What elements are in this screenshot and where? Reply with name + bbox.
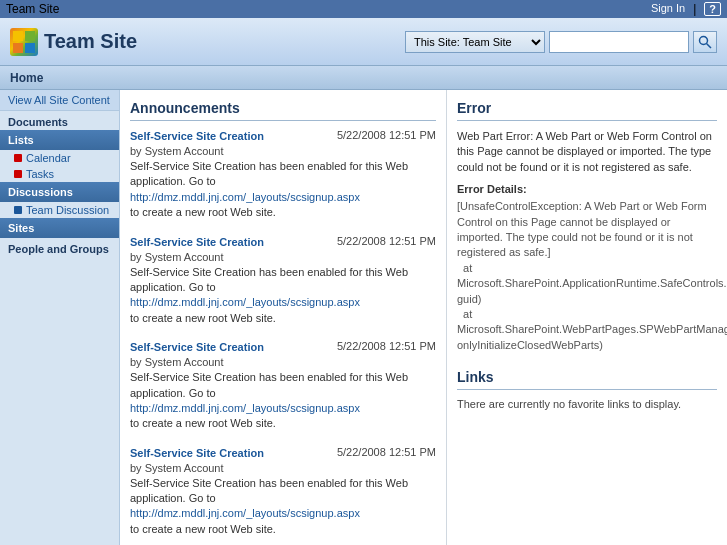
right-column: Error Web Part Error: A Web Part or Web … [447,90,727,545]
search-icon [698,35,712,49]
announcements-title: Announcements [130,100,436,121]
header-search: This Site: Team Site All Sites [405,31,717,53]
search-input[interactable] [549,31,689,53]
announcement-author: by System Account [130,145,436,157]
top-bar-site-label: Team Site [6,2,59,16]
svg-rect-1 [25,31,35,41]
left-column: Announcements Self-Service Site Creation… [120,90,447,545]
announcement-link[interactable]: http://dmz.mddl.jnj.com/_layouts/scsignu… [130,191,360,203]
home-nav-link[interactable]: Home [10,71,43,85]
header: Team Site This Site: Team Site All Sites [0,18,727,66]
announcement-item: Self-Service Site Creation 5/22/2008 12:… [130,446,436,538]
top-bar-right: Sign In | ? [651,2,721,16]
error-details-text: [UnsafeControlException: A Web Part or W… [457,199,717,353]
svg-rect-2 [13,43,23,53]
announcement-header: Self-Service Site Creation 5/22/2008 12:… [130,129,436,143]
svg-rect-0 [13,31,23,41]
announcement-link[interactable]: http://dmz.mddl.jnj.com/_layouts/scsignu… [130,402,360,414]
announcement-date: 5/22/2008 12:51 PM [337,446,436,458]
announcement-author: by System Account [130,251,436,263]
announcement-body: Self-Service Site Creation has been enab… [130,265,436,327]
announcement-body: Self-Service Site Creation has been enab… [130,476,436,538]
announcement-body: Self-Service Site Creation has been enab… [130,370,436,432]
sidebar-item-calendar[interactable]: Calendar [0,150,119,166]
sidebar-section-discussions[interactable]: Discussions [0,182,119,202]
announcement-title[interactable]: Self-Service Site Creation [130,446,264,460]
announcement-header: Self-Service Site Creation 5/22/2008 12:… [130,235,436,249]
main-layout: View All Site Content Documents Lists Ca… [0,90,727,545]
links-title: Links [457,369,717,390]
nav-bar: Home [0,66,727,90]
sidebar-section-lists[interactable]: Lists [0,130,119,150]
announcement-body: Self-Service Site Creation has been enab… [130,159,436,221]
view-all-site-content[interactable]: View All Site Content [0,90,119,111]
announcement-header: Self-Service Site Creation 5/22/2008 12:… [130,340,436,354]
svg-point-4 [700,36,708,44]
error-title: Error [457,100,717,121]
links-section: Links There are currently no favorite li… [457,369,717,410]
header-logo: Team Site [10,28,137,56]
sidebar-section-sites[interactable]: Sites [0,218,119,238]
bullet-icon [14,206,22,214]
sidebar: View All Site Content Documents Lists Ca… [0,90,120,545]
announcement-item: Self-Service Site Creation 5/22/2008 12:… [130,129,436,221]
content-area: Announcements Self-Service Site Creation… [120,90,727,545]
top-bar-separator: | [693,2,696,16]
links-no-items: There are currently no favorite links to… [457,398,717,410]
announcement-link[interactable]: http://dmz.mddl.jnj.com/_layouts/scsignu… [130,296,360,308]
bullet-icon [14,154,22,162]
svg-rect-3 [25,43,35,53]
error-details-label: Error Details: [457,183,717,195]
search-scope-select[interactable]: This Site: Team Site All Sites [405,31,545,53]
announcement-item: Self-Service Site Creation 5/22/2008 12:… [130,340,436,432]
logo-icon [10,28,38,56]
top-bar: Team Site Sign In | ? [0,0,727,18]
error-main-text: Web Part Error: A Web Part or Web Form C… [457,129,717,175]
bullet-icon [14,170,22,178]
announcement-date: 5/22/2008 12:51 PM [337,129,436,141]
sidebar-item-tasks[interactable]: Tasks [0,166,119,182]
svg-line-5 [707,43,712,48]
announcement-date: 5/22/2008 12:51 PM [337,340,436,352]
announcement-title[interactable]: Self-Service Site Creation [130,340,264,354]
help-link[interactable]: ? [704,2,721,16]
announcement-title[interactable]: Self-Service Site Creation [130,129,264,143]
announcement-author: by System Account [130,356,436,368]
sign-in-link[interactable]: Sign In [651,2,685,16]
sidebar-item-team-discussion[interactable]: Team Discussion [0,202,119,218]
sidebar-group-people: People and Groups [0,238,119,257]
announcement-title[interactable]: Self-Service Site Creation [130,235,264,249]
sidebar-group-documents: Documents [0,111,119,130]
site-title: Team Site [44,30,137,53]
announcement-header: Self-Service Site Creation 5/22/2008 12:… [130,446,436,460]
search-button[interactable] [693,31,717,53]
announcement-link[interactable]: http://dmz.mddl.jnj.com/_layouts/scsignu… [130,507,360,519]
announcement-date: 5/22/2008 12:51 PM [337,235,436,247]
announcement-item: Self-Service Site Creation 5/22/2008 12:… [130,235,436,327]
announcement-author: by System Account [130,462,436,474]
